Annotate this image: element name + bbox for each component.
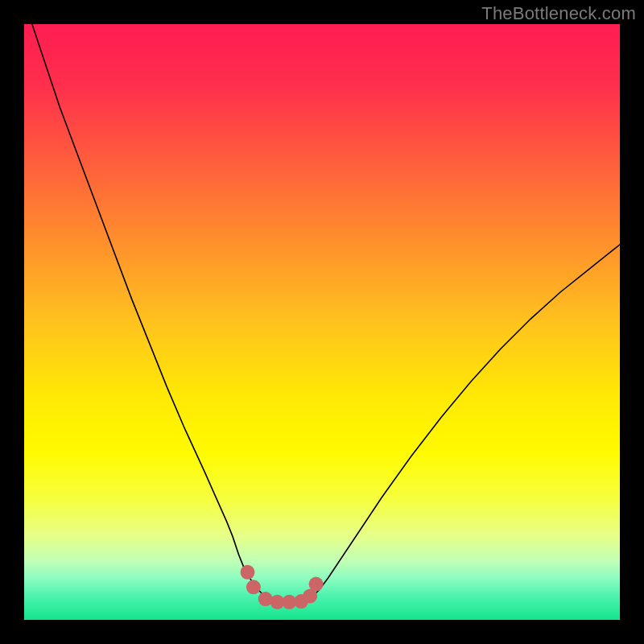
chart-svg (24, 24, 620, 620)
marker-point (246, 580, 261, 594)
chart-frame: TheBottleneck.com (0, 0, 644, 644)
marker-point (241, 565, 255, 580)
gradient-background (24, 24, 620, 620)
chart-plot-area (24, 24, 620, 620)
marker-point (309, 577, 324, 592)
watermark-text: TheBottleneck.com (481, 3, 636, 24)
